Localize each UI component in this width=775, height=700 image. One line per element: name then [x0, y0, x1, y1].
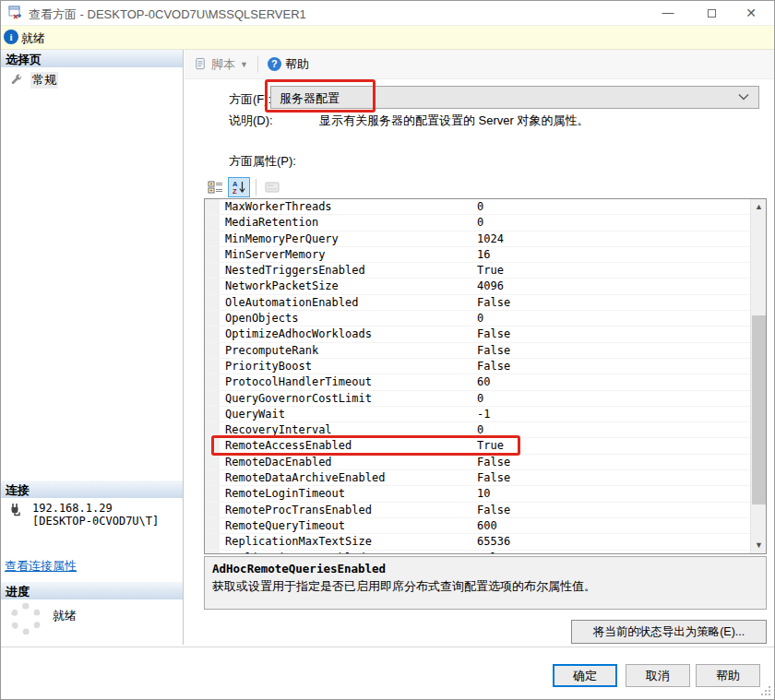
property-name: MinMemoryPerQuery [225, 231, 339, 247]
property-name: RecoveryInterval [225, 422, 332, 438]
select-page-header: 选择页 [1, 50, 183, 67]
property-row[interactable]: RemoteAccessEnabledTrue [205, 438, 750, 454]
scroll-down-icon[interactable]: ▼ [751, 538, 766, 553]
property-description-panel: AdHocRemoteQueriesEnabled 获取或设置用于指定是否已启用… [204, 556, 767, 610]
app-icon [8, 6, 23, 20]
property-row[interactable]: RemoteDataArchiveEnabledFalse [205, 470, 750, 486]
property-value: 10 [477, 486, 490, 502]
property-name: OpenObjects [225, 311, 298, 326]
property-value: False [477, 359, 510, 374]
titlebar: 查看方面 - DESKTOP-0CVOD7U\MSSQLSERVER1 — ✕ [1, 1, 774, 26]
maximize-button[interactable] [693, 1, 730, 25]
property-row[interactable]: MediaRetention0 [205, 215, 750, 231]
property-name: RemoteAccessEnabled [225, 438, 352, 454]
property-row[interactable]: NestedTriggersEnabledTrue [205, 263, 750, 279]
property-name: RemoteProcTransEnabled [225, 503, 372, 518]
facet-value: 服务器配置 [280, 90, 340, 107]
property-name: MediaRetention [225, 215, 318, 231]
property-row[interactable]: PrecomputeRankFalse [205, 343, 750, 359]
property-value: False [477, 470, 510, 486]
sidebar-item-general[interactable]: 常规 [10, 72, 58, 89]
property-value: False [477, 343, 510, 359]
connection-user: [DESKTOP-0CVOD7U\T] [32, 515, 159, 528]
property-row[interactable]: RemoteDacEnabledFalse [205, 455, 750, 470]
property-name: RemoteLoginTimeout [225, 486, 345, 502]
property-row[interactable]: MinMemoryPerQuery1024 [205, 231, 750, 247]
property-row[interactable]: RemoteLoginTimeout10 [205, 486, 750, 502]
property-row[interactable]: OptimizeAdhocWorkloadsFalse [205, 326, 750, 342]
cancel-button[interactable]: 取消 [626, 664, 690, 687]
description-text: 显示有关服务器的配置设置的 Server 对象的属性。 [319, 113, 590, 129]
view-connection-properties-link[interactable]: 查看连接属性 [5, 558, 77, 575]
minimize-button[interactable]: — [650, 1, 686, 25]
property-name: PrecomputeRank [225, 343, 318, 359]
property-name: MaxWorkerThreads [225, 199, 332, 215]
property-row[interactable]: MaxWorkerThreads0 [205, 199, 750, 215]
property-row[interactable]: PriorityBoostFalse [205, 359, 750, 374]
property-value: 60 [477, 374, 490, 390]
scroll-up-icon[interactable]: ▲ [751, 199, 766, 215]
property-name: ReplicationMaxTextSize [225, 534, 372, 550]
status-text: 就绪 [21, 30, 45, 47]
property-name: QueryWait [225, 407, 285, 422]
property-row[interactable]: QueryWait-1 [205, 407, 750, 422]
property-name: QueryGovernorCostLimit [225, 391, 372, 407]
property-name: NestedTriggersEnabled [225, 263, 365, 279]
dialog-toolbar: 脚本 ▼ ? 帮助 [185, 50, 774, 79]
property-name: RemoteDataArchiveEnabled [225, 470, 385, 486]
progress-header: 进度 [1, 582, 183, 599]
property-grid-rows: MaxWorkerThreads0MediaRetention0MinMemor… [205, 199, 750, 553]
vertical-scrollbar[interactable]: ▲ ▼ [750, 199, 766, 553]
property-pages-icon [265, 181, 280, 194]
script-button[interactable]: 脚本 ▼ [190, 53, 252, 76]
connection-info: 192.168.1.29 [DESKTOP-0CVOD7U\T] [8, 502, 159, 528]
property-row[interactable]: OleAutomationEnabledFalse [205, 295, 750, 311]
property-row[interactable]: MinServerMemory16 [205, 247, 750, 263]
property-grid: MaxWorkerThreads0MediaRetention0MinMemor… [204, 198, 767, 554]
property-row[interactable]: ProtocolHandlerTimeout60 [205, 374, 750, 390]
property-row[interactable]: OpenObjects0 [205, 311, 750, 326]
chevron-down-icon [738, 93, 749, 101]
facet-properties-label: 方面属性(P): [229, 153, 296, 170]
property-description-text: 获取或设置用于指定是否已启用即席分布式查询配置选项的布尔属性值。 [212, 578, 758, 595]
property-row[interactable]: ReplicationMaxTextSize65536 [205, 534, 750, 550]
property-pages-button[interactable] [261, 177, 283, 197]
script-icon [194, 57, 208, 71]
connection-server: 192.168.1.29 [32, 502, 159, 515]
facet-combobox[interactable]: 服务器配置 [270, 86, 759, 109]
property-value: 0 [477, 215, 483, 231]
property-value: -1 [477, 407, 490, 422]
toolbar-separator [257, 56, 258, 73]
property-row[interactable]: QueryGovernorCostLimit0 [205, 391, 750, 407]
property-row[interactable]: RemoteProcTransEnabledFalse [205, 503, 750, 518]
close-button[interactable]: ✕ [733, 1, 769, 25]
view-facets-dialog: 查看方面 - DESKTOP-0CVOD7U\MSSQLSERVER1 — ✕ … [0, 0, 775, 700]
categorized-view-button[interactable] [205, 177, 227, 197]
property-row[interactable]: RemoteQueryTimeout600 [205, 518, 750, 534]
property-row[interactable]: NetworkPacketSize4096 [205, 279, 750, 294]
ok-button[interactable]: 确定 [553, 664, 617, 687]
property-value: 1024 [477, 231, 504, 247]
export-policy-button[interactable]: 将当前的状态导出为策略(E)... [571, 620, 767, 644]
help-dialog-button[interactable]: 帮助 [696, 664, 760, 687]
property-value: 65536 [477, 534, 510, 550]
property-grid-toolbar: A Z [205, 176, 284, 198]
scrollbar-thumb[interactable] [752, 315, 766, 504]
property-row[interactable]: RecoveryInterval0 [205, 422, 750, 438]
property-value: False [477, 503, 510, 518]
property-name: OleAutomationEnabled [225, 295, 359, 311]
alphabetical-sort-button[interactable]: A Z [228, 177, 250, 197]
property-name: MinServerMemory [225, 247, 325, 263]
property-value: True [477, 438, 504, 454]
property-value: False [477, 295, 510, 311]
window-title: 查看方面 - DESKTOP-0CVOD7U\MSSQLSERVER1 [29, 6, 306, 23]
property-value: False [477, 551, 510, 553]
resize-grip[interactable] [761, 686, 770, 695]
property-row[interactable]: ReplicationXPsEnabledFalse [205, 551, 750, 553]
wrench-icon [10, 74, 23, 87]
script-label: 脚本 [211, 56, 235, 73]
property-name: PriorityBoost [225, 359, 312, 374]
property-value: 16 [477, 247, 490, 263]
help-button[interactable]: ? 帮助 [264, 53, 313, 76]
property-value: False [477, 326, 510, 342]
